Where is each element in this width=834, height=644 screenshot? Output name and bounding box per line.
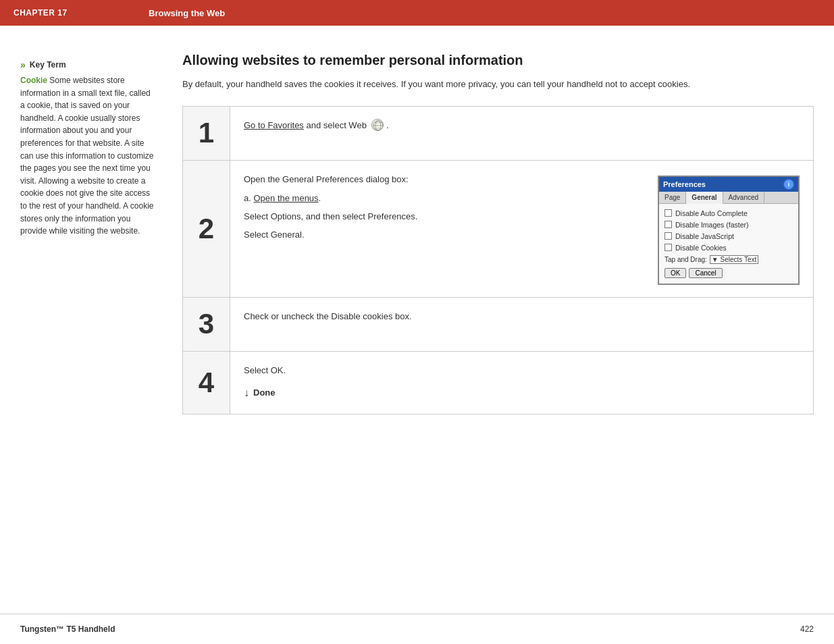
step-4-text: Select OK. ↓ Done xyxy=(244,364,800,402)
prefs-checkbox-autocomplete: Disable Auto Complete xyxy=(664,209,793,217)
step-1-content: Go to Favorites and select Web . xyxy=(230,107,813,160)
prefs-titlebar: Preferences i xyxy=(659,177,798,192)
section-title: Allowing websites to remember personal i… xyxy=(182,53,814,68)
prefs-tab-advanced[interactable]: Advanced xyxy=(723,192,764,203)
step-2c-text: Select General. xyxy=(244,230,305,240)
done-arrow-icon: ↓ xyxy=(244,384,249,402)
cookie-term: Cookie xyxy=(20,76,47,85)
step-2b-text: Select Options, and then select Preferen… xyxy=(244,211,417,221)
tap-drag-label: Tap and Drag: xyxy=(664,256,707,263)
prefs-checkbox-javascript: Disable JavaScript xyxy=(664,232,793,240)
footer-brand: Tungsten™ T5 Handheld xyxy=(20,624,115,634)
checkbox-cookies[interactable] xyxy=(664,244,672,251)
step-3-content: Check or uncheck the Disable cookies box… xyxy=(230,298,813,351)
step-1-number: 1 xyxy=(183,107,230,160)
step-3-number: 3 xyxy=(183,298,230,351)
chapter-title: Browsing the Web xyxy=(149,8,225,18)
web-icon xyxy=(371,119,384,131)
step-2a-label: a. xyxy=(244,193,253,203)
step-4-row: 4 Select OK. ↓ Done xyxy=(183,352,813,414)
main-content: Allowing websites to remember personal i… xyxy=(169,53,814,414)
step-2c: Select General. xyxy=(244,228,644,242)
footer: Tungsten™ T5 Handheld 422 xyxy=(0,614,834,644)
header-bar: CHAPTER 17 Browsing the Web xyxy=(0,0,834,26)
step-4-main: Select OK. xyxy=(244,364,800,378)
key-term-body: Cookie Some websites store information i… xyxy=(20,74,155,238)
step-1-text: Go to Favorites and select Web . xyxy=(244,119,800,133)
prefs-buttons: OK Cancel xyxy=(664,268,793,278)
prefs-body: Disable Auto Complete Disable Images (fa… xyxy=(659,204,798,284)
step-4-content: Select OK. ↓ Done xyxy=(230,352,813,414)
go-to-favorites-link[interactable]: Go to Favorites xyxy=(244,120,304,130)
step-2a: a. Open the menus. xyxy=(244,192,644,206)
open-menus-link[interactable]: Open the menus xyxy=(253,193,318,203)
prefs-tab-page[interactable]: Page xyxy=(659,192,686,203)
key-term-label: Key Term xyxy=(30,60,66,70)
prefs-cancel-button[interactable]: Cancel xyxy=(689,268,722,278)
prefs-tabs: Page General Advanced xyxy=(659,192,798,204)
checkbox-javascript[interactable] xyxy=(664,232,672,240)
footer-page-number: 422 xyxy=(800,624,814,634)
chapter-label: CHAPTER 17 xyxy=(14,8,149,18)
step-1-suffix: and select Web xyxy=(304,120,367,130)
key-term-header: » Key Term xyxy=(20,59,155,70)
preferences-dialog: Preferences i Page General Advanced Disa… xyxy=(658,176,800,285)
cookie-description: Some websites store information in a sma… xyxy=(20,76,153,236)
step-4-number: 4 xyxy=(183,352,230,414)
checkbox-autocomplete-label: Disable Auto Complete xyxy=(675,209,748,217)
step-1-period: . xyxy=(386,120,389,130)
prefs-tap-drag-row: Tap and Drag: ▼ Selects Text xyxy=(664,255,793,264)
step-2-content: Open the General Preferences dialog box:… xyxy=(230,161,813,297)
step-2-substeps: a. Open the menus. Select Options, and t… xyxy=(244,192,644,242)
intro-text: By default, your handheld saves the cook… xyxy=(182,78,814,91)
footer-brand-bold: Tungsten™ T5 xyxy=(20,624,76,634)
page-content: » Key Term Cookie Some websites store in… xyxy=(0,26,834,441)
step-2b: Select Options, and then select Preferen… xyxy=(244,210,644,224)
step-2a-suffix: . xyxy=(319,193,321,203)
done-line: ↓ Done xyxy=(244,384,800,402)
step-2-row: 2 Open the General Preferences dialog bo… xyxy=(183,161,813,298)
step-2-text: Open the General Preferences dialog box:… xyxy=(244,173,644,246)
done-label: Done xyxy=(253,386,276,400)
checkbox-images-label: Disable Images (faster) xyxy=(675,221,749,229)
web-svg xyxy=(372,119,384,132)
prefs-title: Preferences xyxy=(663,180,706,188)
steps-container: 1 Go to Favorites and select Web xyxy=(182,106,814,414)
checkbox-javascript-label: Disable JavaScript xyxy=(675,232,734,240)
checkbox-images[interactable] xyxy=(664,221,672,228)
key-term-arrows: » xyxy=(20,59,26,70)
footer-brand-rest: Handheld xyxy=(76,624,115,634)
checkbox-cookies-label: Disable Cookies xyxy=(675,244,727,252)
prefs-ok-button[interactable]: OK xyxy=(664,268,686,278)
tap-drag-select[interactable]: ▼ Selects Text xyxy=(710,255,758,264)
step-3-row: 3 Check or uncheck the Disable cookies b… xyxy=(183,298,813,352)
prefs-checkbox-images: Disable Images (faster) xyxy=(664,221,793,229)
prefs-tab-general[interactable]: General xyxy=(686,192,723,204)
step-2-number: 2 xyxy=(183,161,230,297)
prefs-checkbox-cookies: Disable Cookies xyxy=(664,244,793,252)
prefs-info-icon: i xyxy=(783,179,794,190)
step-1-row: 1 Go to Favorites and select Web xyxy=(183,107,813,161)
checkbox-autocomplete[interactable] xyxy=(664,209,672,217)
step-3-text: Check or uncheck the Disable cookies box… xyxy=(244,310,800,324)
sidebar: » Key Term Cookie Some websites store in… xyxy=(20,53,169,414)
step-2-intro: Open the General Preferences dialog box: xyxy=(244,173,644,187)
